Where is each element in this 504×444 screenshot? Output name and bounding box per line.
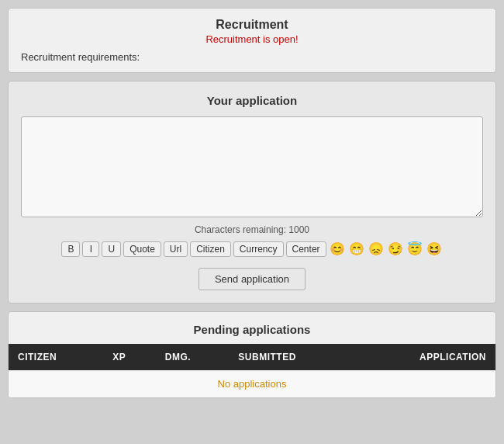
col-xp: XP xyxy=(103,344,156,370)
application-panel: Your application Characters remaining: 1… xyxy=(8,81,496,304)
no-applications-text: No applications xyxy=(9,370,495,397)
citizen-button[interactable]: Citizen xyxy=(190,241,231,257)
emoji-angel-button[interactable]: 😇 xyxy=(406,243,423,255)
table-header-row: CITIZEN XP DMG. SUBMITTED APPLICATION xyxy=(9,344,495,370)
emoji-grin-button[interactable]: 😁 xyxy=(348,243,365,255)
page-wrapper: Recruitment Recruitment is open! Recruit… xyxy=(0,0,504,406)
application-textarea[interactable] xyxy=(21,116,483,217)
col-dmg: DMG. xyxy=(156,344,230,370)
no-applications-row: No applications xyxy=(9,370,495,397)
emoji-laugh-button[interactable]: 😆 xyxy=(426,243,443,255)
application-section-title: Your application xyxy=(21,94,483,107)
bold-button[interactable]: B xyxy=(61,241,80,257)
col-application: APPLICATION xyxy=(355,344,495,370)
chars-remaining: Characters remaining: 1000 xyxy=(21,224,483,235)
url-button[interactable]: Url xyxy=(164,241,188,257)
recruitment-panel: Recruitment Recruitment is open! Recruit… xyxy=(8,8,496,73)
pending-applications-panel: Pending applications CITIZEN XP DMG. SUB… xyxy=(8,311,496,398)
currency-button[interactable]: Currency xyxy=(233,241,284,257)
col-submitted: SUBMITTED xyxy=(229,344,354,370)
italic-button[interactable]: I xyxy=(82,241,99,257)
emoji-sad-button[interactable]: 😞 xyxy=(368,243,385,255)
send-application-button[interactable]: Send application xyxy=(198,268,306,290)
recruitment-requirements: Recruitment requirements: xyxy=(21,51,483,63)
pending-section-title: Pending applications xyxy=(9,312,495,344)
center-button[interactable]: Center xyxy=(286,241,326,257)
underline-button[interactable]: U xyxy=(102,241,121,257)
emoji-smile-button[interactable]: 😊 xyxy=(329,243,346,255)
recruitment-title: Recruitment xyxy=(21,18,483,32)
applications-table: CITIZEN XP DMG. SUBMITTED APPLICATION No… xyxy=(9,344,495,397)
recruitment-status: Recruitment is open! xyxy=(21,33,483,45)
quote-button[interactable]: Quote xyxy=(123,241,161,257)
col-citizen: CITIZEN xyxy=(9,344,103,370)
emoji-smirk-button[interactable]: 😏 xyxy=(387,243,404,255)
formatting-toolbar: B I U Quote Url Citizen Currency Center … xyxy=(21,241,483,257)
send-button-wrapper: Send application xyxy=(21,268,483,290)
